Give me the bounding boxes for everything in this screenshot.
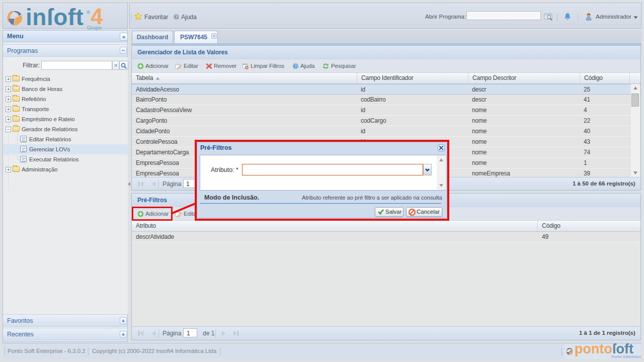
svg-text:?: ?: [175, 15, 178, 19]
